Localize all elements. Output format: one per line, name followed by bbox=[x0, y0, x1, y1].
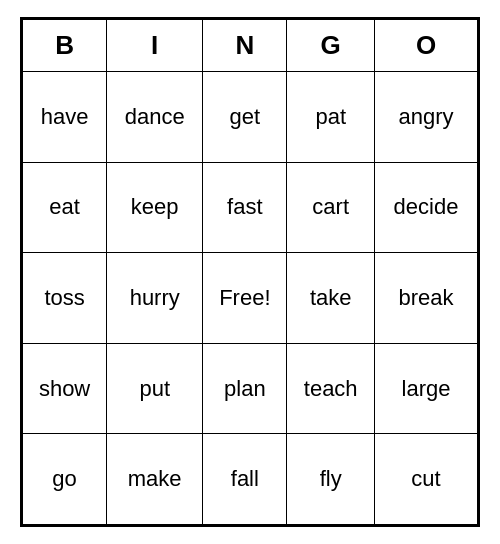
cell-r1-c3: cart bbox=[287, 162, 375, 253]
cell-r2-c1: hurry bbox=[107, 253, 203, 344]
cell-r1-c1: keep bbox=[107, 162, 203, 253]
cell-r3-c3: teach bbox=[287, 343, 375, 434]
cell-r4-c0: go bbox=[23, 434, 107, 525]
header-cell-i: I bbox=[107, 20, 203, 72]
header-row: BINGO bbox=[23, 20, 478, 72]
cell-r0-c1: dance bbox=[107, 72, 203, 163]
cell-r2-c2: Free! bbox=[203, 253, 287, 344]
table-row: havedancegetpatangry bbox=[23, 72, 478, 163]
header-cell-b: B bbox=[23, 20, 107, 72]
cell-r2-c0: toss bbox=[23, 253, 107, 344]
cell-r3-c0: show bbox=[23, 343, 107, 434]
cell-r4-c2: fall bbox=[203, 434, 287, 525]
cell-r4-c1: make bbox=[107, 434, 203, 525]
cell-r3-c1: put bbox=[107, 343, 203, 434]
cell-r4-c3: fly bbox=[287, 434, 375, 525]
cell-r4-c4: cut bbox=[375, 434, 478, 525]
table-row: showputplanteachlarge bbox=[23, 343, 478, 434]
cell-r0-c4: angry bbox=[375, 72, 478, 163]
table-row: gomakefallflycut bbox=[23, 434, 478, 525]
table-row: eatkeepfastcartdecide bbox=[23, 162, 478, 253]
header-cell-n: N bbox=[203, 20, 287, 72]
cell-r3-c2: plan bbox=[203, 343, 287, 434]
cell-r0-c3: pat bbox=[287, 72, 375, 163]
header-cell-g: G bbox=[287, 20, 375, 72]
table-row: tosshurryFree!takebreak bbox=[23, 253, 478, 344]
cell-r1-c2: fast bbox=[203, 162, 287, 253]
cell-r3-c4: large bbox=[375, 343, 478, 434]
bingo-card: BINGO havedancegetpatangryeatkeepfastcar… bbox=[20, 17, 480, 527]
cell-r0-c0: have bbox=[23, 72, 107, 163]
cell-r1-c4: decide bbox=[375, 162, 478, 253]
cell-r2-c4: break bbox=[375, 253, 478, 344]
cell-r0-c2: get bbox=[203, 72, 287, 163]
bingo-table: BINGO havedancegetpatangryeatkeepfastcar… bbox=[22, 19, 478, 525]
cell-r2-c3: take bbox=[287, 253, 375, 344]
header-cell-o: O bbox=[375, 20, 478, 72]
cell-r1-c0: eat bbox=[23, 162, 107, 253]
